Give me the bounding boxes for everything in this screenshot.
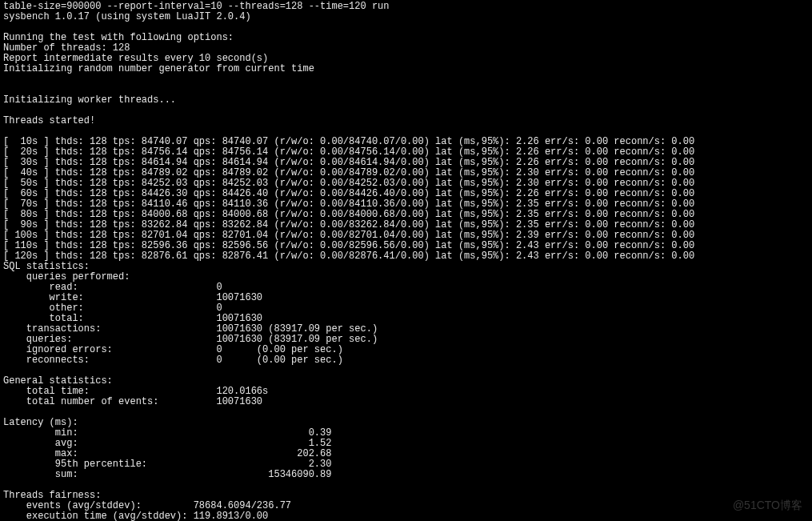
terminal-output: table-size=900000 --report-interval=10 -… — [0, 0, 812, 521]
